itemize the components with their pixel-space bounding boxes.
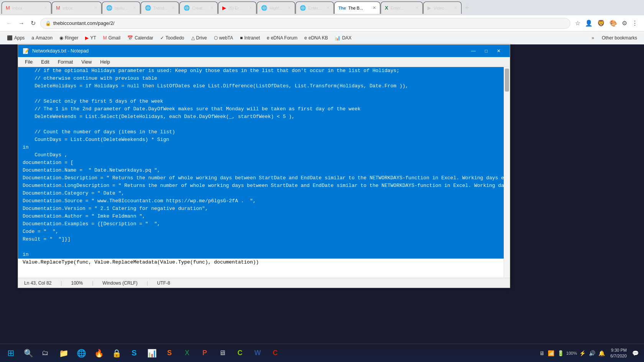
- keepass-button[interactable]: 🔒: [108, 345, 125, 362]
- tab-close-icon3[interactable]: ✕: [133, 5, 136, 10]
- back-button[interactable]: ←: [5, 18, 14, 28]
- bookmark-calendar[interactable]: 📅 Calendar: [124, 34, 156, 42]
- menu-view[interactable]: View: [77, 59, 95, 66]
- tab-enter1[interactable]: 🌐 Enter... ✕: [296, 2, 334, 14]
- code-line-5: // Select only the first 5 days of the w…: [18, 98, 504, 105]
- menu-format[interactable]: Format: [54, 59, 77, 66]
- url-box[interactable]: 🔒 thebiccountant.com/page/2/: [40, 18, 570, 29]
- snagit-button[interactable]: S: [161, 345, 178, 362]
- minimize-button[interactable]: —: [467, 45, 480, 57]
- extension-icon1[interactable]: 🎨: [608, 18, 619, 28]
- settings-button[interactable]: 🔥: [90, 345, 107, 362]
- menu-edit[interactable]: Edit: [37, 59, 53, 66]
- brave-icon[interactable]: 🦁: [596, 18, 606, 28]
- code-container: // if the optional Holidays parameter is…: [18, 67, 504, 278]
- new-tab-button[interactable]: +: [462, 4, 472, 12]
- bookmark-amazon[interactable]: a Amazon: [28, 34, 56, 42]
- theb-icon: The: [338, 6, 346, 10]
- tab-close-icon9[interactable]: ✕: [373, 5, 376, 10]
- vertical-scrollbar[interactable]: [504, 67, 510, 278]
- bookmark-yt[interactable]: ▶ YT: [82, 34, 99, 42]
- excel-taskbar-button[interactable]: X: [179, 345, 196, 362]
- tab-close-icon2[interactable]: ✕: [94, 5, 97, 10]
- code-line-24: [18, 243, 504, 251]
- bookmark-intranet[interactable]: ■ Intranet: [237, 34, 263, 42]
- other-bookmarks[interactable]: Other bookmarks: [599, 34, 640, 42]
- code-line-9: // Count the number of days (items in th…: [18, 128, 504, 136]
- code-line-17: Documentation.Category = " Date ",: [18, 190, 504, 197]
- scrollbar-thumb[interactable]: [505, 69, 509, 92]
- notification-icon[interactable]: 🔔: [598, 349, 606, 357]
- bookmarks-more-button[interactable]: »: [589, 34, 596, 42]
- search-button[interactable]: 🔍: [20, 345, 37, 362]
- code-line-12: CountDays ,: [18, 151, 504, 159]
- bookmark-webta[interactable]: ⬡ webTA: [211, 34, 236, 42]
- camtasia-button[interactable]: C: [232, 345, 248, 362]
- code-line-1: // if the optional Holidays parameter is…: [18, 67, 504, 75]
- more-menu-icon[interactable]: ⋮: [630, 18, 639, 28]
- notepad-content[interactable]: // if the optional Holidays parameter is…: [18, 67, 510, 278]
- bookmark-drive[interactable]: △ Drive: [188, 34, 210, 42]
- webta-icon: ⬡: [214, 35, 218, 41]
- close-button[interactable]: ✕: [492, 45, 505, 57]
- bookmark-apps[interactable]: ⬛ Apps: [4, 34, 28, 42]
- menu-file[interactable]: File: [21, 59, 36, 66]
- tab-creat[interactable]: 🌐 Creat... ✕: [179, 2, 218, 14]
- tab-close-icon10[interactable]: ✕: [415, 5, 419, 10]
- tab-gmail1[interactable]: M Inbox ✕: [2, 2, 51, 14]
- bookmark-edna-kb[interactable]: e eDNA KB: [301, 34, 331, 42]
- tab-bjuliu[interactable]: 🌐 bjuliu... ✕: [102, 2, 140, 14]
- windows-logo-icon: ⊞: [7, 348, 14, 358]
- camtasia2-button[interactable]: C: [267, 345, 284, 362]
- skype-button[interactable]: S: [126, 345, 143, 362]
- keepass-icon: 🔒: [112, 349, 122, 358]
- tab-trend[interactable]: 🌐 Trend... ✕: [141, 2, 179, 14]
- bookmark-edna-forum[interactable]: e eDNA Forum: [264, 34, 301, 42]
- bookmark-toodledo[interactable]: ✓ Toodledo: [157, 34, 187, 42]
- tab-theb[interactable]: The The B... ✕: [334, 2, 380, 14]
- powerbi-icon: 📊: [147, 349, 157, 358]
- tab-close-icon[interactable]: ✕: [44, 5, 47, 10]
- bookmark-gmail[interactable]: M Gmail: [100, 34, 123, 42]
- system-clock[interactable]: 9:30 PM 6/7/2020: [607, 347, 630, 359]
- powerpoint-button[interactable]: P: [196, 345, 213, 362]
- word-button[interactable]: W: [249, 345, 266, 362]
- task-view-button[interactable]: 🗂: [37, 345, 54, 362]
- bookmark-star-icon[interactable]: ☆: [573, 18, 582, 28]
- notepad-statusbar: Ln 43, Col 82 | 100% | Windows (CRLF) | …: [18, 278, 510, 288]
- gmail-icon2: M: [56, 5, 60, 11]
- maximize-button[interactable]: □: [480, 45, 492, 57]
- tab-youtube[interactable]: ▶ (5) Er... ✕: [218, 2, 256, 14]
- bookmark-ringer[interactable]: ◉ Ringer: [56, 34, 81, 42]
- tab-close-icon7[interactable]: ✕: [288, 5, 291, 10]
- rdp-button[interactable]: 🖥: [214, 345, 231, 362]
- tab-video[interactable]: ▶ Video... ✕: [423, 2, 462, 14]
- file-explorer-button[interactable]: 📁: [55, 345, 72, 362]
- profile-icon[interactable]: 👤: [583, 18, 594, 28]
- code-line-21: Documentation.Examples = {[Description =…: [18, 220, 504, 228]
- tab-gmail2[interactable]: M Inbox ✕: [52, 2, 102, 14]
- notification-center-icon[interactable]: 💬: [631, 349, 639, 357]
- desktop-button[interactable]: 🖥: [539, 349, 545, 357]
- tab-close-icon8[interactable]: ✕: [326, 5, 330, 10]
- powerbi-button[interactable]: 📊: [143, 345, 160, 362]
- tab-close-icon5[interactable]: ✕: [210, 5, 214, 10]
- menu-help[interactable]: Help: [96, 59, 114, 66]
- chrome-taskbar-button[interactable]: 🌐: [73, 345, 90, 362]
- chrome-taskbar-icon: 🌐: [77, 349, 86, 358]
- chrome-icon2: 🌐: [145, 5, 151, 11]
- tab-close-icon11[interactable]: ✕: [454, 5, 457, 10]
- volume-icon[interactable]: 🔊: [588, 349, 596, 357]
- start-button[interactable]: ⊞: [2, 344, 20, 362]
- video-icon: ▶: [427, 5, 431, 11]
- network-icon[interactable]: 📶: [547, 349, 555, 357]
- tab-close-icon6[interactable]: ✕: [249, 5, 252, 10]
- tab-excel[interactable]: X Enter... ✕: [381, 2, 423, 14]
- address-bar: ← → ↻ 🔒 thebiccountant.com/page/2/ ☆ 👤 🦁…: [0, 15, 644, 31]
- tab-close-icon4[interactable]: ✕: [171, 5, 175, 10]
- reload-button[interactable]: ↻: [29, 18, 37, 28]
- extension-icon2[interactable]: ⚙: [620, 18, 629, 28]
- forward-button[interactable]: →: [17, 18, 26, 28]
- tab-high[interactable]: 🌐 High!... ✕: [257, 2, 295, 14]
- bookmark-dax[interactable]: 📊 DAX: [332, 34, 355, 42]
